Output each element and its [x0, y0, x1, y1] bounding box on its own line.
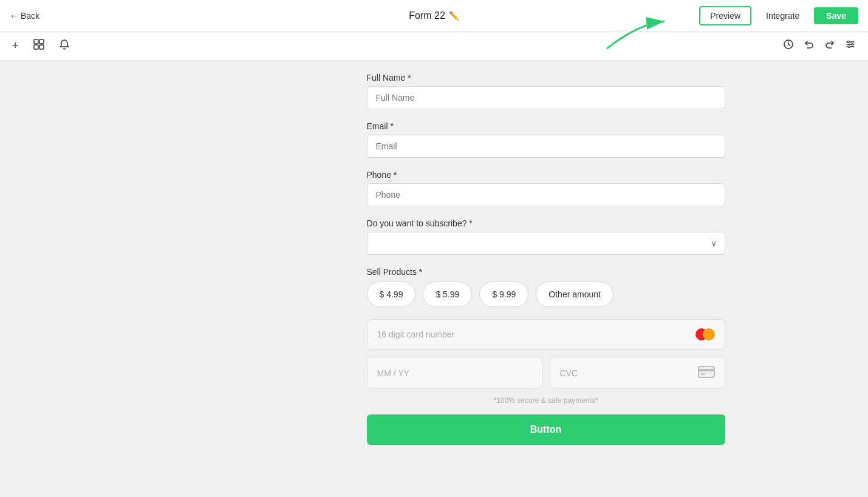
settings-button[interactable]	[842, 36, 858, 55]
header-center: Form 22 ✏️	[409, 10, 459, 21]
integrate-button[interactable]: Integrate	[756, 7, 809, 24]
grid-button[interactable]	[31, 36, 47, 55]
bell-button[interactable]	[56, 36, 72, 55]
price-button-4-99[interactable]: $ 4.99	[367, 282, 416, 307]
back-button[interactable]: ← Back	[10, 11, 39, 21]
sell-products-label: Sell Products *	[367, 267, 725, 277]
email-label: Email *	[367, 121, 725, 131]
subscribe-label: Do you want to subscribe? *	[367, 218, 725, 228]
back-arrow-icon: ←	[10, 11, 18, 21]
full-name-input[interactable]	[367, 86, 725, 109]
subscribe-select[interactable]: Yes No	[367, 232, 725, 255]
subscribe-select-wrapper: Yes No ∨	[367, 232, 725, 255]
preview-button[interactable]: Preview	[699, 6, 751, 25]
email-field-group: Email *	[367, 121, 725, 158]
back-label: Back	[21, 11, 39, 21]
cvc-field[interactable]: CVC	[550, 357, 725, 389]
subscribe-field-group: Do you want to subscribe? * Yes No ∨	[367, 218, 725, 255]
price-button-5-99[interactable]: $ 5.99	[423, 282, 472, 307]
email-input[interactable]	[367, 135, 725, 158]
svg-rect-2	[39, 39, 44, 44]
card-number-field[interactable]: 16 digit card number	[367, 319, 725, 350]
save-button[interactable]: Save	[814, 7, 858, 24]
right-panel	[849, 61, 868, 497]
undo-icon	[804, 39, 815, 50]
main-content: Full Name * Email * Phone * Do you want …	[243, 61, 849, 497]
settings-icon	[845, 39, 856, 50]
price-button-9-99[interactable]: $ 9.99	[479, 282, 528, 307]
add-button[interactable]: +	[10, 37, 21, 55]
cvc-placeholder: CVC	[560, 368, 578, 378]
mastercard-icon	[695, 328, 715, 340]
other-amount-button[interactable]: Other amount	[536, 282, 613, 307]
svg-point-6	[848, 41, 850, 43]
layout: Full Name * Email * Phone * Do you want …	[0, 61, 868, 497]
header-right: Preview Integrate Save	[699, 6, 858, 25]
sidebar	[0, 61, 243, 497]
svg-rect-4	[39, 45, 44, 49]
toolbar2: +	[0, 32, 868, 61]
phone-field-group: Phone *	[367, 170, 725, 206]
full-name-label: Full Name *	[367, 73, 725, 83]
expiry-field[interactable]: MM / YY	[367, 357, 542, 389]
edit-title-icon[interactable]: ✏️	[449, 11, 459, 21]
mastercard-orange-circle	[703, 328, 715, 340]
card-number-placeholder: 16 digit card number	[377, 330, 455, 339]
clock-icon	[783, 39, 794, 50]
toolbar2-right	[781, 36, 858, 55]
cvc-card-icon	[698, 366, 715, 380]
full-name-field-group: Full Name *	[367, 73, 725, 109]
history-button[interactable]	[781, 36, 796, 55]
phone-input[interactable]	[367, 183, 725, 206]
card-expiry-cvc-row: MM / YY CVC	[367, 357, 725, 389]
header: ← Back Form 22 ✏️ Preview Integrate Save	[0, 0, 868, 32]
svg-rect-11	[700, 373, 705, 375]
toolbar2-left: +	[10, 36, 72, 55]
product-buttons: $ 4.99 $ 5.99 $ 9.99 Other amount	[367, 282, 725, 307]
bell-icon	[59, 39, 70, 50]
svg-rect-10	[699, 369, 714, 371]
svg-point-7	[852, 44, 853, 46]
secure-text: *100% secure & safe payments*	[367, 396, 725, 405]
form-title: Form 22	[409, 10, 445, 21]
redo-icon	[824, 39, 835, 50]
expiry-placeholder: MM / YY	[377, 368, 409, 378]
svg-rect-1	[34, 39, 38, 44]
sell-products-field-group: Sell Products * $ 4.99 $ 5.99 $ 9.99 Oth…	[367, 267, 725, 307]
svg-rect-9	[699, 367, 714, 377]
payment-section: 16 digit card number MM / YY CVC	[367, 319, 725, 445]
undo-button[interactable]	[801, 36, 817, 55]
svg-rect-3	[34, 45, 38, 49]
phone-label: Phone *	[367, 170, 725, 180]
header-left: ← Back	[10, 11, 39, 21]
redo-button[interactable]	[822, 36, 838, 55]
form-container: Full Name * Email * Phone * Do you want …	[367, 73, 725, 485]
grid-icon	[33, 39, 44, 50]
svg-point-8	[849, 46, 850, 48]
submit-button[interactable]: Button	[367, 414, 725, 445]
